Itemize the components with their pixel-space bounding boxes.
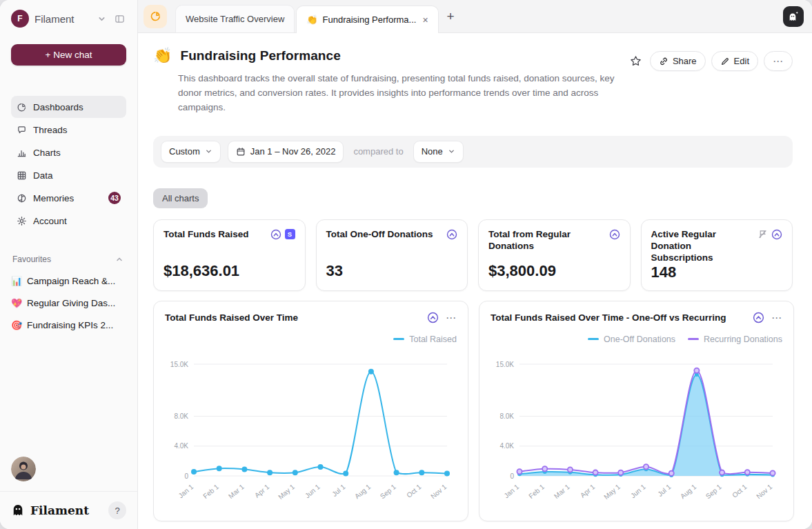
chevron-up-icon[interactable]: [114, 254, 125, 265]
area-chart-oneoff-vs-recurring[interactable]: 04.0K8.0K15.0KJan 1Feb 1Mar 1Apr 1May 1J…: [491, 346, 782, 510]
kpi-value: 148: [651, 263, 783, 283]
svg-text:May 1: May 1: [602, 483, 622, 501]
tab-website-traffic-overview[interactable]: Website Traffic Overview: [175, 5, 295, 32]
svg-text:0: 0: [184, 472, 188, 479]
svg-text:Apr 1: Apr 1: [253, 483, 271, 499]
more-actions-button[interactable]: ⋯: [764, 51, 793, 71]
kpi-value: $18,636.01: [164, 262, 295, 281]
ellipsis-icon[interactable]: ⋯: [446, 315, 457, 321]
gear-icon: [17, 216, 27, 226]
sidebar-collapse-icon[interactable]: [113, 12, 126, 26]
sidebar-item-threads[interactable]: Threads: [11, 119, 126, 141]
user-avatar[interactable]: [11, 457, 36, 481]
link-icon: [659, 57, 669, 66]
brand-name: Filament: [30, 503, 103, 517]
legend-swatch: [688, 338, 699, 340]
favourite-item-label: Regular Giving Das...: [27, 298, 115, 308]
ellipsis-icon[interactable]: ⋯: [771, 315, 782, 321]
sidebar-item-data[interactable]: Data: [11, 164, 126, 186]
page-header: 👏 Fundraising Performance This dashboard…: [153, 47, 793, 115]
insights-icon[interactable]: [609, 229, 620, 240]
svg-text:Sep 1: Sep 1: [379, 483, 397, 501]
favourites-list: 📊 Campaign Reach &... 💖 Regular Giving D…: [11, 272, 126, 334]
all-charts-chip[interactable]: All charts: [153, 188, 208, 208]
svg-text:Apr 1: Apr 1: [579, 483, 597, 499]
sidebar-item-label: Data: [33, 170, 53, 181]
speech-bubble-icon: [17, 125, 27, 135]
favourite-item[interactable]: 💖 Regular Giving Das...: [11, 294, 126, 312]
heart-emoji-icon: 💖: [11, 298, 22, 308]
bar-chart-emoji-icon: 📊: [11, 276, 22, 286]
insights-icon[interactable]: [771, 229, 782, 240]
new-tab-button[interactable]: +: [440, 8, 462, 26]
chart-card-oneoff-vs-recurring: Total Funds Raised Over Time - One-Off v…: [479, 301, 794, 521]
pie-chart-icon: [17, 102, 27, 112]
kpi-card-active-subscriptions[interactable]: Active Regular Donation Subscriptions 14…: [641, 219, 793, 291]
date-range-picker[interactable]: Jan 1 – Nov 26, 2022: [228, 141, 344, 163]
insights-icon[interactable]: [270, 229, 281, 240]
svg-text:Jun 1: Jun 1: [629, 483, 647, 499]
legend-label: One-Off Donations: [604, 335, 675, 344]
dashboards-home-button[interactable]: [143, 5, 167, 28]
tab-fundraising-performance[interactable]: 👏 Fundraising Performa... ×: [296, 6, 438, 33]
sidebar-item-label: Charts: [33, 148, 61, 158]
kpi-value: 33: [326, 262, 458, 281]
kpi-title: Total One-Off Donations: [326, 229, 443, 241]
ellipsis-icon: ⋯: [773, 59, 784, 64]
sidebar-item-dashboards[interactable]: Dashboards: [11, 96, 126, 118]
chevron-down-icon: [448, 148, 455, 155]
header-actions: Share Edit ⋯: [627, 47, 793, 71]
ghost-sparkle-icon: [787, 10, 800, 23]
edit-button[interactable]: Edit: [711, 51, 758, 71]
sidebar-item-account[interactable]: Account: [11, 210, 126, 232]
target-emoji-icon: 🎯: [11, 320, 22, 330]
chart-legend: One-Off Donations Recurring Donations: [491, 335, 782, 344]
svg-text:Jan 1: Jan 1: [502, 483, 520, 499]
favourite-star-button[interactable]: [627, 52, 644, 70]
svg-text:Nov 1: Nov 1: [429, 483, 448, 500]
close-icon[interactable]: ×: [422, 15, 428, 25]
kpi-row: Total Funds Raised S $18,636.01 Total On…: [153, 219, 793, 291]
sidebar: F Filament + New chat Dashboards Threads…: [0, 0, 138, 529]
favourites-label: Favourites: [12, 254, 51, 264]
insights-icon[interactable]: [753, 312, 764, 323]
svg-text:0: 0: [510, 472, 514, 479]
kpi-card-one-off-donations[interactable]: Total One-Off Donations 33: [316, 219, 468, 291]
svg-text:Mar 1: Mar 1: [553, 483, 571, 500]
date-range-value: Jan 1 – Nov 26, 2022: [250, 146, 336, 157]
insights-icon[interactable]: [427, 312, 439, 323]
stripe-icon: S: [285, 229, 295, 239]
share-button[interactable]: Share: [650, 51, 706, 71]
svg-text:8.0K: 8.0K: [499, 412, 514, 420]
favourites-header[interactable]: Favourites: [11, 254, 126, 265]
range-type-dropdown[interactable]: Custom: [161, 141, 221, 163]
svg-text:Jul 1: Jul 1: [330, 483, 347, 498]
chevron-down-icon: [205, 148, 212, 155]
pencil-icon: [720, 57, 730, 66]
tab-label: Website Traffic Overview: [186, 14, 284, 24]
workspace-switcher[interactable]: F Filament: [11, 10, 126, 28]
charts-row: Total Funds Raised Over Time ⋯ Total Rai…: [153, 301, 793, 521]
kpi-card-regular-donations[interactable]: Total from Regular Donations $3,800.09: [478, 219, 631, 291]
chevron-down-icon[interactable]: [96, 13, 108, 25]
clap-emoji-icon: 👏: [306, 14, 317, 25]
favourite-item[interactable]: 📊 Campaign Reach &...: [11, 272, 126, 290]
svg-text:15.0K: 15.0K: [496, 360, 514, 368]
brain-icon: [17, 193, 27, 203]
sidebar-item-memories[interactable]: Memories 43: [11, 187, 126, 209]
insights-icon[interactable]: [446, 229, 457, 240]
compare-dropdown[interactable]: None: [413, 141, 464, 163]
favourite-item[interactable]: 🎯 Fundraising KPIs 2...: [11, 316, 126, 334]
kpi-card-total-funds-raised[interactable]: Total Funds Raised S $18,636.01: [153, 219, 306, 291]
dashboard-content: 👏 Fundraising Performance This dashboard…: [138, 33, 812, 529]
sidebar-item-charts[interactable]: Charts: [11, 141, 126, 163]
help-button[interactable]: ?: [108, 501, 126, 519]
new-chat-button[interactable]: + New chat: [11, 44, 126, 66]
svg-text:Mar 1: Mar 1: [227, 483, 246, 500]
main-area: Website Traffic Overview 👏 Fundraising P…: [138, 0, 812, 529]
memories-count-badge: 43: [108, 192, 121, 204]
compare-value: None: [422, 146, 443, 157]
assistant-ghost-button[interactable]: [783, 6, 804, 27]
line-chart-total-raised[interactable]: 04.0K8.0K15.0KJan 1Feb 1Mar 1Apr 1May 1J…: [165, 346, 457, 510]
kpi-title: Total Funds Raised: [164, 229, 266, 241]
